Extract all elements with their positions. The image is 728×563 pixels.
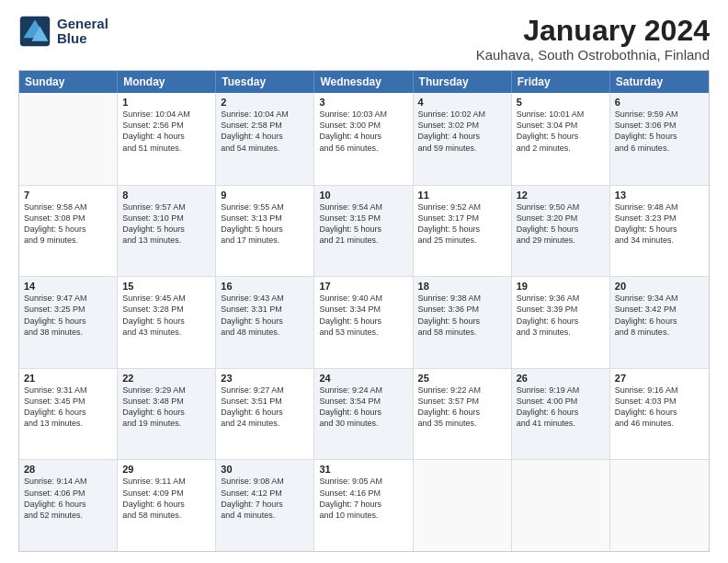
calendar-cell: 19Sunrise: 9:36 AM Sunset: 3:39 PM Dayli…: [512, 277, 610, 368]
day-number: 1: [122, 97, 210, 108]
calendar-cell: 30Sunrise: 9:08 AM Sunset: 4:12 PM Dayli…: [216, 460, 314, 551]
calendar-cell: 14Sunrise: 9:47 AM Sunset: 3:25 PM Dayli…: [19, 277, 118, 368]
logo: General Blue: [18, 15, 108, 48]
calendar-cell: 25Sunrise: 9:22 AM Sunset: 3:57 PM Dayli…: [414, 369, 512, 460]
day-number: 30: [221, 464, 309, 475]
day-number: 5: [517, 97, 605, 108]
day-number: 8: [122, 190, 210, 201]
title-area: January 2024 Kauhava, South Ostrobothnia…: [476, 15, 710, 63]
calendar-body: 1Sunrise: 10:04 AM Sunset: 2:56 PM Dayli…: [19, 93, 709, 551]
day-number: 2: [221, 97, 309, 108]
cell-info: Sunrise: 9:22 AM Sunset: 3:57 PM Dayligh…: [418, 385, 506, 430]
header-day-sunday: Sunday: [19, 71, 118, 93]
day-number: 17: [319, 281, 407, 292]
cell-info: Sunrise: 9:52 AM Sunset: 3:17 PM Dayligh…: [418, 201, 506, 247]
cell-info: Sunrise: 9:50 AM Sunset: 3:20 PM Dayligh…: [517, 201, 605, 247]
logo-icon: [18, 15, 51, 48]
calendar-cell: 20Sunrise: 9:34 AM Sunset: 3:42 PM Dayli…: [610, 277, 709, 368]
calendar-cell: 18Sunrise: 9:38 AM Sunset: 3:36 PM Dayli…: [414, 277, 512, 368]
cell-info: Sunrise: 9:57 AM Sunset: 3:10 PM Dayligh…: [122, 201, 210, 247]
calendar-cell: 29Sunrise: 9:11 AM Sunset: 4:09 PM Dayli…: [118, 460, 216, 551]
calendar-cell: 9Sunrise: 9:55 AM Sunset: 3:13 PM Daylig…: [216, 186, 314, 277]
day-number: 26: [517, 373, 605, 384]
logo-line2: Blue: [57, 31, 108, 47]
cell-info: Sunrise: 10:01 AM Sunset: 3:04 PM Daylig…: [517, 109, 605, 154]
calendar-row-4: 28Sunrise: 9:14 AM Sunset: 4:06 PM Dayli…: [19, 459, 709, 551]
cell-info: Sunrise: 10:03 AM Sunset: 3:00 PM Daylig…: [319, 109, 407, 154]
cell-info: Sunrise: 9:11 AM Sunset: 4:09 PM Dayligh…: [122, 476, 210, 521]
page: General Blue January 2024 Kauhava, South…: [0, 0, 728, 563]
calendar-cell: 15Sunrise: 9:45 AM Sunset: 3:28 PM Dayli…: [118, 277, 216, 368]
day-number: 31: [319, 464, 407, 475]
calendar-row-2: 14Sunrise: 9:47 AM Sunset: 3:25 PM Dayli…: [19, 276, 709, 368]
calendar-cell: [19, 93, 118, 185]
calendar-cell: 17Sunrise: 9:40 AM Sunset: 3:34 PM Dayli…: [314, 277, 413, 368]
day-number: 6: [615, 97, 704, 108]
header-day-thursday: Thursday: [414, 71, 512, 93]
day-number: 11: [418, 190, 506, 201]
day-number: 10: [319, 190, 407, 201]
calendar-cell: 1Sunrise: 10:04 AM Sunset: 2:56 PM Dayli…: [118, 93, 216, 185]
cell-info: Sunrise: 9:05 AM Sunset: 4:16 PM Dayligh…: [319, 476, 407, 521]
calendar-cell: 12Sunrise: 9:50 AM Sunset: 3:20 PM Dayli…: [512, 186, 610, 277]
calendar-cell: 24Sunrise: 9:24 AM Sunset: 3:54 PM Dayli…: [314, 369, 413, 460]
calendar-cell: 10Sunrise: 9:54 AM Sunset: 3:15 PM Dayli…: [314, 186, 413, 277]
calendar-cell: 4Sunrise: 10:02 AM Sunset: 3:02 PM Dayli…: [414, 93, 512, 185]
day-number: 23: [221, 373, 309, 384]
day-number: 21: [24, 373, 112, 384]
calendar-cell: 31Sunrise: 9:05 AM Sunset: 4:16 PM Dayli…: [314, 460, 413, 551]
cell-info: Sunrise: 9:29 AM Sunset: 3:48 PM Dayligh…: [122, 385, 210, 430]
cell-info: Sunrise: 10:02 AM Sunset: 3:02 PM Daylig…: [418, 109, 506, 154]
day-number: 28: [24, 464, 112, 475]
cell-info: Sunrise: 9:08 AM Sunset: 4:12 PM Dayligh…: [221, 476, 309, 521]
header-day-saturday: Saturday: [610, 71, 709, 93]
calendar-cell: 13Sunrise: 9:48 AM Sunset: 3:23 PM Dayli…: [610, 186, 709, 277]
calendar-cell: 23Sunrise: 9:27 AM Sunset: 3:51 PM Dayli…: [216, 369, 314, 460]
calendar: SundayMondayTuesdayWednesdayThursdayFrid…: [18, 70, 710, 552]
calendar-header: SundayMondayTuesdayWednesdayThursdayFrid…: [19, 71, 709, 93]
calendar-cell: 22Sunrise: 9:29 AM Sunset: 3:48 PM Dayli…: [118, 369, 216, 460]
calendar-row-1: 7Sunrise: 9:58 AM Sunset: 3:08 PM Daylig…: [19, 185, 709, 277]
cell-info: Sunrise: 9:31 AM Sunset: 3:45 PM Dayligh…: [24, 385, 112, 430]
day-number: 3: [319, 97, 407, 108]
cell-info: Sunrise: 9:59 AM Sunset: 3:06 PM Dayligh…: [615, 109, 704, 154]
calendar-cell: [610, 460, 709, 551]
calendar-cell: 7Sunrise: 9:58 AM Sunset: 3:08 PM Daylig…: [19, 186, 118, 277]
day-number: 7: [24, 190, 112, 201]
calendar-cell: 2Sunrise: 10:04 AM Sunset: 2:58 PM Dayli…: [216, 93, 314, 185]
cell-info: Sunrise: 9:54 AM Sunset: 3:15 PM Dayligh…: [319, 201, 407, 247]
cell-info: Sunrise: 10:04 AM Sunset: 2:56 PM Daylig…: [122, 109, 210, 154]
day-number: 24: [319, 373, 407, 384]
cell-info: Sunrise: 9:36 AM Sunset: 3:39 PM Dayligh…: [517, 293, 605, 338]
calendar-cell: 27Sunrise: 9:16 AM Sunset: 4:03 PM Dayli…: [610, 369, 709, 460]
calendar-cell: [512, 460, 610, 551]
calendar-cell: 8Sunrise: 9:57 AM Sunset: 3:10 PM Daylig…: [118, 186, 216, 277]
header-day-friday: Friday: [512, 71, 610, 93]
day-number: 14: [24, 281, 112, 292]
day-number: 25: [418, 373, 506, 384]
cell-info: Sunrise: 10:04 AM Sunset: 2:58 PM Daylig…: [221, 109, 309, 154]
cell-info: Sunrise: 9:43 AM Sunset: 3:31 PM Dayligh…: [221, 293, 309, 338]
calendar-row-3: 21Sunrise: 9:31 AM Sunset: 3:45 PM Dayli…: [19, 368, 709, 460]
header-day-wednesday: Wednesday: [314, 71, 413, 93]
calendar-cell: 26Sunrise: 9:19 AM Sunset: 4:00 PM Dayli…: [512, 369, 610, 460]
subtitle: Kauhava, South Ostrobothnia, Finland: [476, 47, 710, 63]
cell-info: Sunrise: 9:38 AM Sunset: 3:36 PM Dayligh…: [418, 293, 506, 338]
day-number: 16: [221, 281, 309, 292]
cell-info: Sunrise: 9:58 AM Sunset: 3:08 PM Dayligh…: [24, 201, 112, 247]
calendar-cell: 6Sunrise: 9:59 AM Sunset: 3:06 PM Daylig…: [610, 93, 709, 185]
cell-info: Sunrise: 9:40 AM Sunset: 3:34 PM Dayligh…: [319, 293, 407, 338]
cell-info: Sunrise: 9:19 AM Sunset: 4:00 PM Dayligh…: [517, 385, 605, 430]
cell-info: Sunrise: 9:47 AM Sunset: 3:25 PM Dayligh…: [24, 293, 112, 338]
calendar-cell: 21Sunrise: 9:31 AM Sunset: 3:45 PM Dayli…: [19, 369, 118, 460]
calendar-cell: [414, 460, 512, 551]
calendar-row-0: 1Sunrise: 10:04 AM Sunset: 2:56 PM Dayli…: [19, 93, 709, 185]
day-number: 19: [517, 281, 605, 292]
cell-info: Sunrise: 9:27 AM Sunset: 3:51 PM Dayligh…: [221, 385, 309, 430]
day-number: 20: [615, 281, 704, 292]
day-number: 12: [517, 190, 605, 201]
calendar-cell: 16Sunrise: 9:43 AM Sunset: 3:31 PM Dayli…: [216, 277, 314, 368]
day-number: 13: [615, 190, 704, 201]
cell-info: Sunrise: 9:24 AM Sunset: 3:54 PM Dayligh…: [319, 385, 407, 430]
calendar-cell: 3Sunrise: 10:03 AM Sunset: 3:00 PM Dayli…: [314, 93, 413, 185]
